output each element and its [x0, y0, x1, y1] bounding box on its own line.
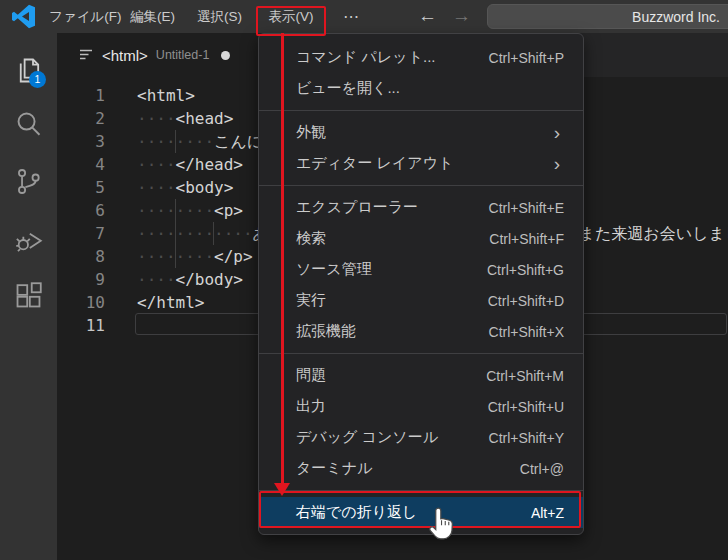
menu-item-problems[interactable]: 問題Ctrl+Shift+M — [259, 360, 583, 391]
code-text: ····</head> — [137, 153, 243, 176]
menu-item-debug-console[interactable]: デバッグ コンソールCtrl+Shift+Y — [259, 422, 583, 453]
code-text: </html> — [137, 291, 204, 314]
menu-item-editor-layout[interactable]: エディター レイアウト› — [259, 148, 583, 179]
code-text: ········</p> — [137, 245, 253, 268]
line-number[interactable]: 10 — [57, 291, 105, 314]
line-number[interactable]: 3 — [57, 130, 105, 153]
menubar-edit[interactable]: 編集(E) — [130, 0, 175, 33]
code-text: ····<head> — [137, 107, 233, 130]
menu-item-source-control[interactable]: ソース管理Ctrl+Shift+G — [259, 254, 583, 285]
modified-dot-icon[interactable] — [221, 51, 230, 60]
line-number[interactable]: 6 — [57, 199, 105, 222]
title-bar: ファイル(F) 編集(E) 選択(S) 表示(V) ⋯ ← → Buzzword… — [0, 0, 728, 33]
line-number[interactable]: 2 — [57, 107, 105, 130]
plaintext-file-icon — [78, 47, 94, 63]
menu-item-label: エクスプローラー — [296, 198, 418, 217]
menu-separator — [259, 185, 583, 186]
menu-item-label: 出力 — [296, 397, 326, 416]
code-text: ····<body> — [137, 176, 233, 199]
indent-guide — [175, 130, 176, 153]
menu-item-shortcut: Ctrl+Shift+D — [488, 293, 564, 309]
menu-item-label: 検索 — [296, 229, 326, 248]
vscode-logo-icon — [11, 4, 36, 29]
menu-item-label: コマンド パレット... — [296, 48, 435, 67]
tab-description: Untitled-1 — [156, 48, 210, 62]
run-and-debug-icon[interactable] — [13, 224, 44, 255]
menu-separator — [259, 110, 583, 111]
menubar-selection[interactable]: 選択(S) — [197, 0, 242, 33]
menu-item-appearance[interactable]: 外観› — [259, 117, 583, 148]
menu-item-terminal[interactable]: ターミナルCtrl+@ — [259, 453, 583, 484]
line-number[interactable]: 7 — [57, 222, 105, 245]
menu-item-label: ターミナル — [296, 459, 372, 478]
line-number[interactable]: 5 — [57, 176, 105, 199]
menu-item-label: 問題 — [296, 366, 326, 385]
menu-item-shortcut: Ctrl+Shift+G — [487, 262, 564, 278]
command-center[interactable]: Buzzword Inc. — [487, 4, 728, 29]
menu-item-explorer[interactable]: エクスプローラーCtrl+Shift+E — [259, 192, 583, 223]
code-text: <html> — [137, 84, 195, 107]
search-icon[interactable] — [13, 108, 44, 139]
line-number[interactable]: 4 — [57, 153, 105, 176]
menu-item-label: 実行 — [296, 291, 326, 310]
submenu-chevron-icon: › — [554, 154, 560, 173]
menu-item-run[interactable]: 実行Ctrl+Shift+D — [259, 285, 583, 316]
code-text: ····</body> — [137, 268, 243, 291]
line-number[interactable]: 11 — [57, 314, 105, 337]
menu-item-label: エディター レイアウト — [296, 154, 453, 173]
menu-item-shortcut: Ctrl+Shift+P — [489, 50, 564, 66]
view-menu: コマンド パレット...Ctrl+Shift+Pビューを開く...外観›エディタ… — [258, 33, 584, 535]
indent-guide — [213, 222, 214, 245]
menu-item-extensions[interactable]: 拡張機能Ctrl+Shift+X — [259, 316, 583, 347]
nav-forward-icon[interactable]: → — [452, 0, 471, 33]
menu-item-label: ビューを開く... — [296, 79, 400, 98]
menu-item-shortcut: Ctrl+@ — [520, 461, 564, 477]
menu-item-command-palette[interactable]: コマンド パレット...Ctrl+Shift+P — [259, 42, 583, 73]
menu-item-shortcut: Ctrl+Shift+F — [489, 231, 564, 247]
menu-item-label: 拡張機能 — [296, 322, 356, 341]
menu-item-shortcut: Ctrl+Shift+X — [489, 324, 564, 340]
annotation-box-view-menu — [256, 6, 326, 36]
tab-untitled-1[interactable]: <html> Untitled-1 — [57, 33, 258, 77]
hand-cursor-icon — [429, 506, 455, 541]
activity-bar: 1 — [0, 33, 57, 560]
source-control-icon[interactable] — [13, 166, 44, 197]
line-number[interactable]: 8 — [57, 245, 105, 268]
annotation-box-word-wrap — [259, 491, 581, 528]
menu-item-shortcut: Ctrl+Shift+Y — [489, 430, 564, 446]
menu-item-open-view[interactable]: ビューを開く... — [259, 73, 583, 104]
tab-label: <html> — [102, 47, 148, 64]
menubar-file[interactable]: ファイル(F) — [49, 0, 122, 33]
code-text: ········<p> — [137, 199, 243, 222]
submenu-chevron-icon: › — [554, 123, 560, 142]
menu-item-shortcut: Ctrl+Shift+U — [488, 399, 564, 415]
menu-item-search[interactable]: 検索Ctrl+Shift+F — [259, 223, 583, 254]
extensions-icon[interactable] — [13, 280, 44, 311]
nav-back-icon[interactable]: ← — [418, 0, 437, 33]
annotation-arrow-line — [281, 33, 284, 483]
indent-guide — [175, 199, 176, 268]
menu-item-shortcut: Ctrl+Shift+E — [489, 200, 564, 216]
menubar-overflow-button[interactable]: ⋯ — [338, 0, 364, 33]
menu-item-label: ソース管理 — [296, 260, 372, 279]
menu-item-label: デバッグ コンソール — [296, 428, 438, 447]
menu-item-label: 外観 — [296, 123, 326, 142]
explorer-badge: 1 — [29, 71, 46, 88]
menu-item-shortcut: Ctrl+Shift+M — [486, 368, 564, 384]
menu-item-output[interactable]: 出力Ctrl+Shift+U — [259, 391, 583, 422]
line-number[interactable]: 1 — [57, 84, 105, 107]
line-number[interactable]: 9 — [57, 268, 105, 291]
menu-separator — [259, 353, 583, 354]
